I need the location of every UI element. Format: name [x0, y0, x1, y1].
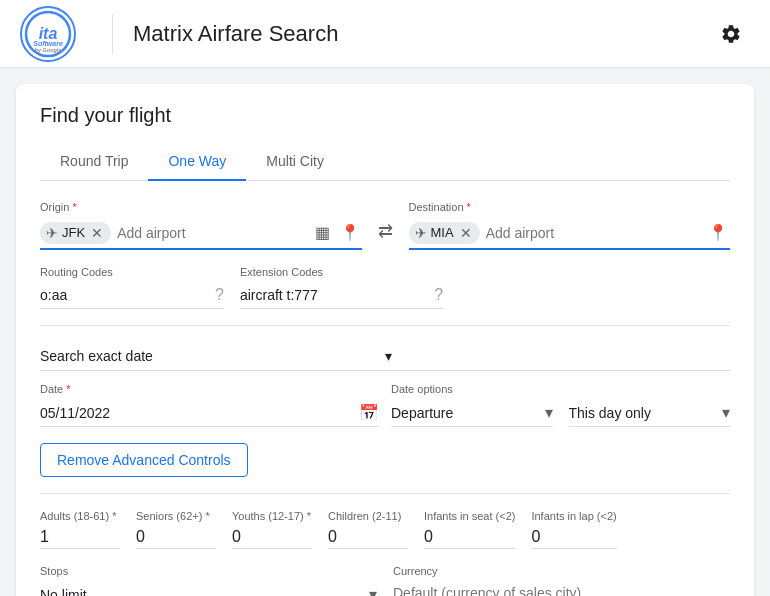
origin-destination-row: Origin * ✈ JFK ✕ ▦ 📍 ⇄ Destination *: [40, 201, 730, 250]
stops-wrapper: No limit 0 1 2 ▾: [40, 581, 377, 596]
routing-codes-help-icon[interactable]: ?: [215, 286, 224, 304]
extension-codes-group: Extension Codes ?: [240, 266, 443, 309]
date-options-group: Date options Departure Arrival ▾: [391, 383, 553, 427]
swap-button[interactable]: ⇄: [374, 216, 397, 246]
date-group: Date * 📅: [40, 383, 379, 427]
routing-codes-row: Routing Codes ? Extension Codes ?: [40, 266, 730, 309]
date-options-wrapper: Departure Arrival ▾: [391, 399, 553, 427]
destination-add-airport[interactable]: [486, 225, 700, 241]
passenger-seniors: Seniors (62+) * 0: [136, 510, 216, 549]
date-label: Date *: [40, 383, 379, 395]
stops-group: Stops No limit 0 1 2 ▾: [40, 565, 377, 596]
this-day-only-spacer: [569, 383, 731, 395]
stops-select[interactable]: No limit 0 1 2: [40, 587, 369, 597]
infants-lap-value: 0: [531, 526, 616, 549]
date-options-row: Date options Departure Arrival ▾ This da…: [391, 383, 730, 427]
destination-chip-close[interactable]: ✕: [460, 226, 472, 240]
search-date-dropdown[interactable]: Search exact date ▾: [40, 342, 730, 371]
app-header: ita Software by Google Matrix Airfare Se…: [0, 0, 770, 68]
adults-value: 1: [40, 526, 120, 549]
tab-one-way[interactable]: One Way: [148, 143, 246, 181]
youths-label: Youths (12-17) *: [232, 510, 312, 522]
settings-button[interactable]: [712, 15, 750, 53]
extension-codes-help-icon[interactable]: ?: [434, 286, 443, 304]
children-label: Children (2-11): [328, 510, 408, 522]
plane-icon: ✈: [46, 225, 58, 241]
origin-chip-close[interactable]: ✕: [91, 226, 103, 240]
this-day-only-arrow-icon: ▾: [722, 403, 730, 422]
currency-group: Currency: [393, 565, 730, 596]
advanced-controls-row: Remove Advanced Controls: [40, 443, 730, 477]
passenger-youths: Youths (12-17) * 0: [232, 510, 312, 549]
origin-group: Origin * ✈ JFK ✕ ▦ 📍: [40, 201, 362, 250]
calendar-icon[interactable]: 📅: [359, 403, 379, 422]
tab-round-trip[interactable]: Round Trip: [40, 143, 148, 181]
tabs-container: Round Trip One Way Multi City: [40, 143, 730, 181]
date-input[interactable]: [40, 405, 359, 421]
adults-label: Adults (18-61) *: [40, 510, 120, 522]
origin-chip-label: JFK: [62, 225, 85, 240]
extension-codes-label: Extension Codes: [240, 266, 443, 278]
date-options-label: Date options: [391, 383, 553, 395]
section-divider-2: [40, 493, 730, 494]
destination-group: Destination * ✈ MIA ✕ 📍: [409, 201, 731, 250]
this-day-only-wrapper: This day only +/- 1 day +/- 2 days +/- 3…: [569, 399, 731, 427]
section-divider-1: [40, 325, 730, 326]
date-row: Date * 📅 Date options Departure Arrival …: [40, 383, 730, 427]
extension-codes-input[interactable]: [240, 287, 434, 303]
search-date-label: Search exact date: [40, 348, 385, 364]
destination-label: Destination *: [409, 201, 731, 213]
this-day-only-select[interactable]: This day only +/- 1 day +/- 2 days +/- 3…: [569, 405, 723, 421]
origin-chip: ✈ JFK ✕: [40, 222, 111, 244]
infants-seat-value: 0: [424, 526, 515, 549]
search-date-arrow-icon: ▾: [385, 348, 730, 364]
destination-field[interactable]: ✈ MIA ✕ 📍: [409, 217, 731, 250]
this-day-only-group: This day only +/- 1 day +/- 2 days +/- 3…: [569, 383, 731, 427]
routing-codes-group: Routing Codes ?: [40, 266, 224, 309]
remove-advanced-button[interactable]: Remove Advanced Controls: [40, 443, 248, 477]
currency-wrapper: [393, 581, 730, 596]
header-divider: [112, 14, 113, 54]
destination-chip-label: MIA: [431, 225, 454, 240]
destination-chip: ✈ MIA ✕: [409, 222, 480, 244]
tab-multi-city[interactable]: Multi City: [246, 143, 344, 181]
extension-codes-wrapper: ?: [240, 282, 443, 309]
stops-arrow-icon: ▾: [369, 585, 377, 596]
seniors-value: 0: [136, 526, 216, 549]
routing-codes-wrapper: ?: [40, 282, 224, 309]
origin-label: Origin *: [40, 201, 362, 213]
passenger-children: Children (2-11) 0: [328, 510, 408, 549]
youths-value: 0: [232, 526, 312, 549]
origin-field[interactable]: ✈ JFK ✕ ▦ 📍: [40, 217, 362, 250]
infants-seat-label: Infants in seat (<2): [424, 510, 515, 522]
origin-add-airport[interactable]: [117, 225, 306, 241]
page-title: Matrix Airfare Search: [133, 21, 712, 47]
card-title: Find your flight: [40, 104, 730, 127]
logo-area: ita Software by Google: [20, 6, 76, 62]
main-card: Find your flight Round Trip One Way Mult…: [16, 84, 754, 596]
svg-text:by Google: by Google: [35, 46, 62, 52]
infants-lap-label: Infants in lap (<2): [531, 510, 616, 522]
passenger-infants-seat: Infants in seat (<2) 0: [424, 510, 515, 549]
children-value: 0: [328, 526, 408, 549]
stops-label: Stops: [40, 565, 377, 577]
currency-input[interactable]: [393, 585, 730, 596]
date-input-wrapper: 📅: [40, 399, 379, 427]
origin-calendar-icon[interactable]: ▦: [313, 221, 332, 244]
passenger-adults: Adults (18-61) * 1: [40, 510, 120, 549]
logo-circle: ita Software by Google: [20, 6, 76, 62]
passengers-row: Adults (18-61) * 1 Seniors (62+) * 0 You…: [40, 510, 730, 549]
destination-pin-icon[interactable]: 📍: [706, 221, 730, 244]
routing-codes-label: Routing Codes: [40, 266, 224, 278]
origin-pin-icon[interactable]: 📍: [338, 221, 362, 244]
stops-currency-row: Stops No limit 0 1 2 ▾ Currency: [40, 565, 730, 596]
seniors-label: Seniors (62+) *: [136, 510, 216, 522]
currency-label: Currency: [393, 565, 730, 577]
date-options-select[interactable]: Departure Arrival: [391, 405, 545, 421]
date-options-arrow-icon: ▾: [545, 403, 553, 422]
routing-codes-input[interactable]: [40, 287, 215, 303]
passenger-infants-lap: Infants in lap (<2) 0: [531, 510, 616, 549]
dest-plane-icon: ✈: [415, 225, 427, 241]
